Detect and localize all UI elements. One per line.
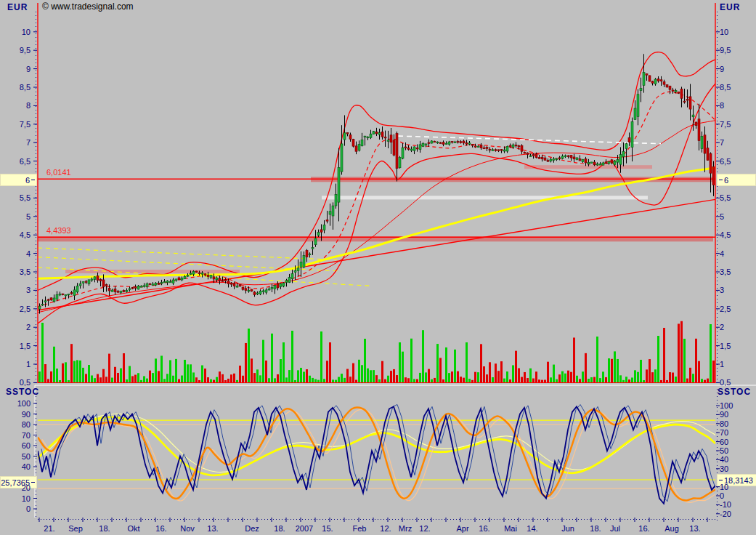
date-tick-label: Apr [450,524,475,533]
price-tick-label: 9 [1,65,31,73]
chart-canvas[interactable] [0,0,756,535]
level-label-4-4393: 4,4393 [46,226,71,235]
price-tick-label: 3,5 [1,268,31,276]
sstoc-tick-label: 60 [3,441,31,450]
price-tick-label: 1,5 [720,342,731,350]
price-tick-label: 1 [1,360,31,369]
price-panel[interactable] [38,52,715,383]
price-tick-label: 7,5 [720,120,731,129]
sstoc-tick-label: -10 [720,500,731,509]
sstoc-tick-label: 60 [720,438,728,446]
sstoc-tick-label: 80 [720,419,728,428]
price-tick-label: 5 [1,212,31,221]
sstoc-tick-label: 70 [3,431,31,440]
price-tick-label: 6,5 [1,157,31,166]
sstoc-axis-left: 10090807060504020100 [0,386,36,518]
sstoc-tick-label: 40 [720,455,728,464]
date-tick-label: 18. [267,524,292,533]
sstoc-tick-label: 50 [720,446,728,455]
date-tick-label: 2007 [292,524,317,533]
price-tick-label: 8,5 [1,83,31,92]
pink-highlight-band [65,270,240,273]
price-tick-label: 7,5 [1,120,31,129]
date-tick-label: 16. [632,524,657,533]
sstoc-tick-label: 20 [3,483,31,492]
sstoc-tick-label: 90 [720,410,728,419]
price-tick-label: 7 [1,138,31,147]
date-tick-label: 16. [149,524,174,533]
price-tick-label: 3,5 [720,268,731,276]
date-tick-label: 21. [37,524,62,533]
sstoc-tick-label: 50 [3,452,31,461]
date-tick-label: 14. [520,524,545,533]
date-tick-label: Nov [175,524,200,533]
date-tick-label: Jun [556,524,580,533]
date-tick-label: Feb [347,524,372,533]
sstoc-slow-line [38,417,715,475]
date-tick-label: 12. [412,524,437,533]
price-tick-label: 0,5 [1,378,31,386]
price-tick-label: 9,5 [720,46,731,55]
price-tick-label: 9,5 [1,46,31,55]
sstoc-tick-label: 10 [720,483,728,491]
yellow-dashed-trendline [38,248,341,260]
price-tick-label: 5,5 [720,193,731,202]
date-tick-label: 13. [200,524,225,533]
price-tick-label: 4,5 [720,230,731,239]
price-tick-label: 2,5 [720,305,731,313]
date-tick-label: 13. [683,524,707,533]
price-tick-label: 4 [1,249,31,258]
sstoc-tick-label: 0 [3,504,31,513]
date-tick-label: Jul [603,524,627,533]
date-tick-label: 15. [315,524,340,533]
price-tick-label: 0,5 [720,378,731,386]
price-tick-label: 8,5 [720,83,731,92]
price-tick-label: 10 [1,28,31,36]
date-tick-label: 16. [472,524,497,533]
date-axis: 21.Sep18.Okt16.Nov13.Dez18.200715.Feb12.… [0,523,756,535]
date-tick-label: Okt [121,524,146,533]
price-tick-label: 9 [720,65,724,73]
copyright-text: © www.tradesignal.com [42,2,134,12]
price-axis-right: 109,598,587,576,55,554,543,532,521,510,5 [720,0,756,386]
date-tick-label: Aug [659,524,684,533]
date-tick-label: Mai [498,524,523,533]
price-tick-label: 5 [720,212,724,221]
white-highlight-band [322,196,648,199]
level-label-6-0141: 6,0141 [46,168,71,177]
price-tick-label: 7 [720,138,724,147]
price-tick-label: 3 [720,286,724,294]
date-tick-label: 18. [92,524,117,533]
red-trendline [38,199,715,310]
sstoc-tick-label: 100 [3,399,31,408]
price-tick-label: 1,5 [1,342,31,350]
price-tick-label: 2 [720,323,724,331]
price-tick-label: 6,5 [720,157,731,166]
sstoc-tick-label: 30 [720,464,728,473]
sstoc-tick-label: 0 [720,491,724,500]
sstoc-axis-right: 10090807060504030100-10-20 [720,386,756,518]
price-axis-left: 109,598,587,576,55,554,543,532,521,510,5 [0,0,36,386]
price-tick-label: 4 [720,249,724,258]
sstoc-tick-label: 100 [720,401,733,410]
price-tick-label: 2,5 [1,305,31,313]
price-tick-label: 3 [1,286,31,294]
price-tick-label: 8 [1,101,31,110]
sstoc-tick-label: 40 [3,462,31,471]
price-tick-label: 10 [720,28,728,36]
volume-bars [38,321,715,382]
sstoc-panel[interactable] [38,405,721,504]
sstoc-tick-label: 80 [3,420,31,429]
price-tick-label: 8 [720,101,724,110]
sstoc-tick-label: -20 [720,510,731,518]
date-tick-label: Sep [63,524,88,533]
sstoc-tick-label: 70 [720,428,728,437]
yellow-moving-average [38,168,715,278]
price-tick-label: 1 [720,360,724,369]
sstoc-tick-label: 10 [3,494,31,503]
price-tick-label: 4,5 [1,230,31,239]
date-tick-label: Dez [240,524,264,533]
sstoc-tick-label: 90 [3,410,31,419]
tradesignal-chart-window: { "window": { "copyright": "© www.trades… [0,0,756,535]
price-tick-label: 2 [1,323,31,331]
